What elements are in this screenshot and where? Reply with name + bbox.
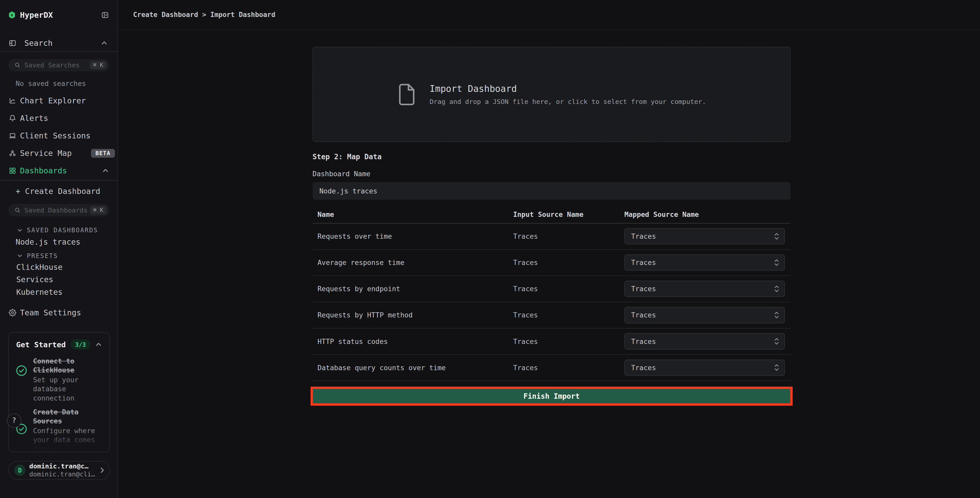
beta-badge: BETA [91, 149, 115, 158]
group-label: PRESETS [27, 252, 58, 260]
select-chevrons-icon [774, 285, 780, 293]
row-input-source: Traces [509, 232, 624, 240]
collapse-sidebar-icon[interactable] [101, 11, 109, 19]
chevron-up-icon [95, 341, 102, 348]
chevron-up-icon [101, 40, 108, 46]
mapped-source-select[interactable]: Traces [624, 333, 785, 349]
selected-value: Traces [631, 364, 656, 372]
mapped-source-select[interactable]: Traces [624, 281, 785, 297]
saved-dashboards-placeholder: Saved Dashboards [24, 206, 88, 214]
step-title: Step 2: Map Data [313, 153, 791, 161]
get-started-item-subtitle: Configure where your data comes from [33, 426, 100, 452]
mapped-source-select[interactable]: Traces [624, 307, 785, 323]
question-mark-icon: ? [12, 416, 16, 425]
row-name: Requests by endpoint [313, 285, 509, 293]
user-email: dominic.tran@cli… [29, 470, 95, 478]
import-dropzone[interactable]: Import Dashboard Drag and drop a JSON fi… [313, 47, 791, 142]
select-chevrons-icon [774, 232, 780, 241]
selected-value: Traces [631, 337, 656, 345]
sidebar-item-label: Client Sessions [20, 131, 91, 140]
table-row: HTTP status codes Traces Traces [313, 329, 791, 355]
sidebar-item-label: Service Map [20, 149, 72, 158]
row-name: Requests by HTTP method [313, 311, 509, 319]
finish-import-button[interactable]: Finish Import [313, 389, 790, 403]
topbar: Create Dashboard > Import Dashboard [118, 0, 980, 30]
sidebar-item-service-map[interactable]: Service Map BETA [0, 145, 118, 162]
row-name: HTTP status codes [313, 337, 509, 345]
help-button[interactable]: ? [7, 413, 21, 428]
row-input-source: Traces [509, 337, 624, 345]
dropzone-title: Import Dashboard [430, 83, 706, 94]
sidebar-item-label: Alerts [20, 114, 48, 123]
table-row: Requests by HTTP method Traces Traces [313, 302, 791, 329]
sidebar-item-client-sessions[interactable]: Client Sessions [0, 127, 118, 145]
row-input-source: Traces [509, 285, 624, 293]
mapped-source-select[interactable]: Traces [624, 228, 785, 244]
row-input-source: Traces [509, 364, 624, 372]
sidebar-item-alerts[interactable]: Alerts [0, 109, 118, 127]
sidebar-item-dashboards[interactable]: Dashboards [0, 162, 118, 180]
get-started-header[interactable]: Get Started 3/3 [16, 340, 102, 350]
col-input-source: Input Source Name [509, 211, 624, 219]
annotation-highlight: Finish Import [310, 386, 792, 405]
selected-value: Traces [631, 259, 656, 267]
presets-group[interactable]: PRESETS [17, 251, 58, 261]
bell-icon [9, 115, 16, 122]
mapped-source-select[interactable]: Traces [624, 254, 785, 271]
chevron-up-icon [102, 167, 109, 174]
get-started-progress-badge: 3/3 [71, 340, 90, 350]
saved-searches-placeholder: Saved Searches [24, 61, 80, 69]
table-row: Requests by endpoint Traces Traces [313, 276, 791, 302]
user-name: dominic.tran@c… [29, 462, 95, 471]
get-started-title: Get Started [16, 340, 66, 349]
check-circle-icon [16, 365, 27, 376]
search-icon [14, 62, 21, 68]
divider [0, 180, 118, 180]
sidebar-item-team-settings[interactable]: Team Settings [0, 304, 118, 322]
table-row: Requests over time Traces Traces [313, 223, 791, 250]
hyperdx-logo-icon [8, 11, 16, 19]
preset-item-label: ClickHouse [16, 263, 62, 271]
row-input-source: Traces [509, 311, 624, 319]
divider [0, 51, 118, 52]
preset-item-label: Services [16, 275, 53, 284]
dashboard-name-label: Dashboard Name [313, 170, 791, 178]
dropzone-subtitle: Drag and drop a JSON file here, or click… [430, 98, 706, 105]
search-section-label: Search [24, 38, 53, 48]
avatar: D [14, 464, 25, 476]
brand-name: HyperDX [20, 11, 53, 19]
dashboard-name-input[interactable]: Node.js traces [313, 182, 791, 200]
group-label: SAVED DASHBOARDS [27, 227, 98, 234]
create-dashboard-label: + Create Dashboard [16, 187, 100, 196]
file-icon [397, 83, 416, 106]
page: HyperDX Search Saved Searches ⌘ K No sav… [0, 0, 980, 498]
selected-value: Traces [631, 311, 656, 319]
preset-item-services[interactable]: Services [16, 273, 53, 286]
create-dashboard-button[interactable]: + Create Dashboard [0, 183, 118, 200]
selected-value: Traces [631, 285, 656, 293]
get-started-item-sources: Create Data Sources Configure where your… [16, 407, 102, 452]
row-input-source: Traces [509, 259, 624, 267]
select-chevrons-icon [774, 337, 780, 345]
mapped-source-select[interactable]: Traces [624, 360, 785, 376]
saved-dashboards-input[interactable]: Saved Dashboards ⌘ K [8, 204, 110, 217]
sidebar-item-chart-explorer[interactable]: Chart Explorer [0, 92, 118, 109]
shortcut-badge: ⌘ K [90, 206, 107, 214]
get-started-item-title: Connect to ClickHouse [33, 356, 100, 375]
saved-dashboards-group[interactable]: SAVED DASHBOARDS [17, 225, 98, 235]
preset-item-kubernetes[interactable]: Kubernetes [16, 286, 62, 298]
select-chevrons-icon [774, 311, 780, 319]
sidebar: HyperDX Search Saved Searches ⌘ K No sav… [0, 0, 118, 498]
user-menu[interactable]: D dominic.tran@c… dominic.tran@cli… [8, 461, 110, 480]
sidebar-item-search[interactable]: Search [0, 35, 118, 51]
saved-searches-input[interactable]: Saved Searches ⌘ K [8, 59, 110, 72]
dashboard-item-nodejs-traces[interactable]: Node.js traces [16, 236, 81, 249]
preset-item-label: Kubernetes [16, 287, 62, 297]
table-row: Average response time Traces Traces [313, 250, 791, 276]
get-started-item-title: Create Data Sources [33, 407, 100, 426]
table-header: Name Input Source Name Mapped Source Nam… [313, 206, 791, 223]
search-icon [14, 207, 21, 213]
get-started-card: Get Started 3/3 Connect to ClickHouse Se… [8, 332, 110, 452]
preset-item-clickhouse[interactable]: ClickHouse [16, 261, 62, 273]
row-name: Database query counts over time [313, 364, 509, 372]
